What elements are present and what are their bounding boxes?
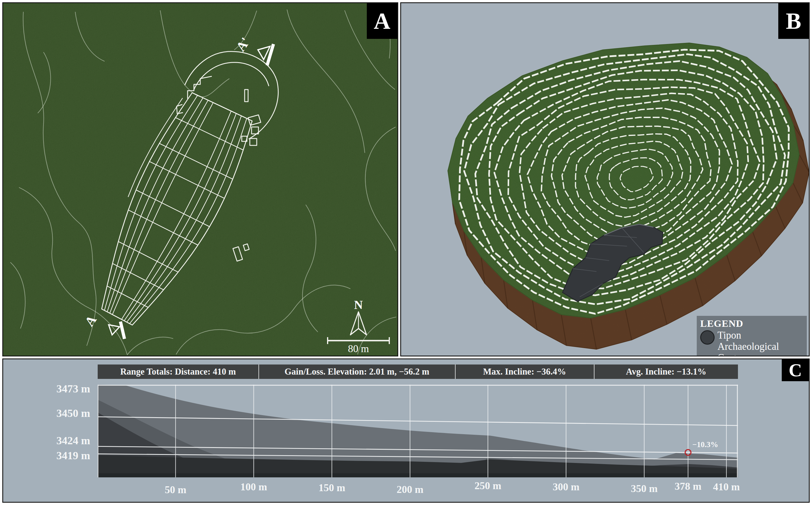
legend-item-label: Tipon Archaeological Center xyxy=(717,330,803,356)
x-tick-label: 350 m xyxy=(631,483,658,495)
stat-gain-loss: Gain/Loss. Elevation: 2.01 m, −56.2 m xyxy=(259,364,455,379)
y-tick-label: 3419 m xyxy=(15,449,90,462)
profile-chart: −10.3% xyxy=(98,385,738,477)
legend: LEGEND Tipon Archaeological Center xyxy=(697,316,807,356)
x-tick-label: 150 m xyxy=(318,482,345,494)
north-label: N xyxy=(354,298,363,312)
stats-bar: Range Totals: Distance: 410 m Gain/Loss.… xyxy=(98,364,738,379)
x-tick-label: 378 m xyxy=(675,480,701,492)
figure-frame: A' A N 80 m A xyxy=(0,0,812,505)
x-tick-label: 410 m xyxy=(713,481,740,493)
x-tick-label: 100 m xyxy=(240,481,267,493)
x-tick-label: 250 m xyxy=(475,480,501,492)
legend-item: Tipon Archaeological Center xyxy=(700,330,803,356)
legend-swatch-icon xyxy=(700,330,715,345)
panel-a-topographic-map: A' A N 80 m A xyxy=(2,2,398,356)
cursor-label: −10.3% xyxy=(692,440,718,449)
y-tick-label: 3450 m xyxy=(15,407,90,419)
x-tick-label: 300 m xyxy=(553,481,579,493)
panel-c-elevation-profile: Range Totals: Distance: 410 m Gain/Loss.… xyxy=(2,358,810,503)
panel-a-label: A xyxy=(367,3,397,39)
map-canvas: A' A N 80 m xyxy=(3,3,397,356)
grass-highlight-texture xyxy=(3,3,397,356)
y-tick-label: 3424 m xyxy=(15,434,90,447)
y-tick-label: 3473 m xyxy=(15,382,90,395)
x-tick-label: 50 m xyxy=(165,484,186,496)
terrain-canvas xyxy=(401,3,809,356)
stat-avg-incline: Avg. Incline: −13.1% xyxy=(594,364,738,379)
profile-areas xyxy=(98,385,738,477)
stat-max-incline: Max. Incline: −36.4% xyxy=(455,364,594,379)
x-tick-label: 200 m xyxy=(397,483,423,496)
legend-title: LEGEND xyxy=(700,318,803,329)
panel-b-label: B xyxy=(778,3,809,39)
panel-c-label: C xyxy=(782,359,809,381)
scale-label: 80 m xyxy=(348,343,369,354)
stat-range-totals: Range Totals: Distance: 410 m xyxy=(98,364,259,379)
panel-b-3d-terrain-model: B LEGEND Tipon Archaeological Center xyxy=(400,2,810,356)
